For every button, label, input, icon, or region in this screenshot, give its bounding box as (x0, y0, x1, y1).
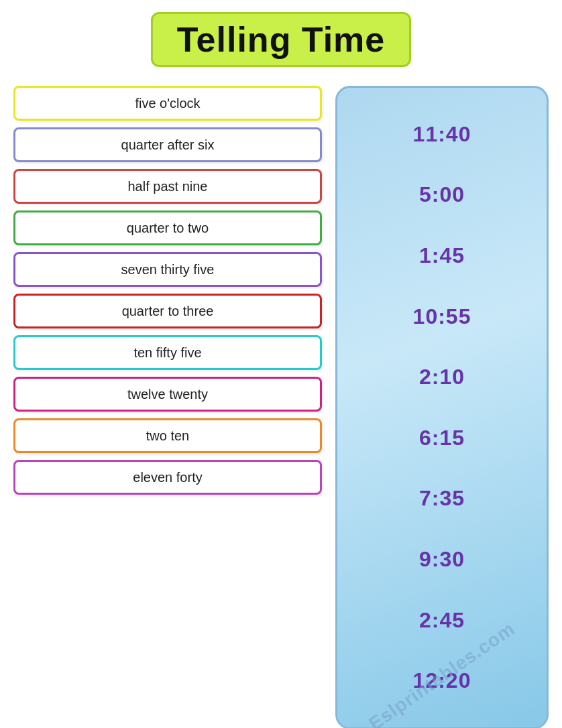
label-box-0[interactable]: five o'clock (13, 86, 322, 121)
label-box-1[interactable]: quarter after six (13, 127, 322, 162)
time-value-9: 12:20 (413, 668, 471, 693)
time-value-2: 1:45 (419, 243, 465, 268)
label-box-7[interactable]: twelve twenty (13, 377, 322, 412)
time-value-3: 10:55 (413, 304, 471, 329)
title-banner: Telling Time (151, 12, 412, 67)
label-box-9[interactable]: eleven forty (13, 460, 322, 495)
time-value-6: 7:35 (419, 486, 465, 511)
label-box-6[interactable]: ten fifty five (13, 335, 322, 370)
time-value-5: 6:15 (419, 426, 465, 450)
page-title: Telling Time (177, 19, 386, 60)
time-value-4: 2:10 (419, 365, 465, 389)
times-column: 11:405:001:4510:552:106:157:359:302:4512… (335, 86, 549, 728)
label-box-8[interactable]: two ten (13, 418, 322, 453)
time-value-7: 9:30 (419, 547, 465, 572)
time-value-0: 11:40 (413, 122, 471, 147)
label-box-2[interactable]: half past nine (13, 169, 322, 204)
label-box-3[interactable]: quarter to two (13, 210, 322, 245)
label-box-4[interactable]: seven thirty five (13, 252, 322, 287)
time-value-1: 5:00 (419, 182, 465, 207)
label-box-5[interactable]: quarter to three (13, 294, 322, 328)
time-value-8: 2:45 (419, 608, 465, 633)
labels-column: five o'clockquarter after sixhalf past n… (13, 86, 322, 495)
